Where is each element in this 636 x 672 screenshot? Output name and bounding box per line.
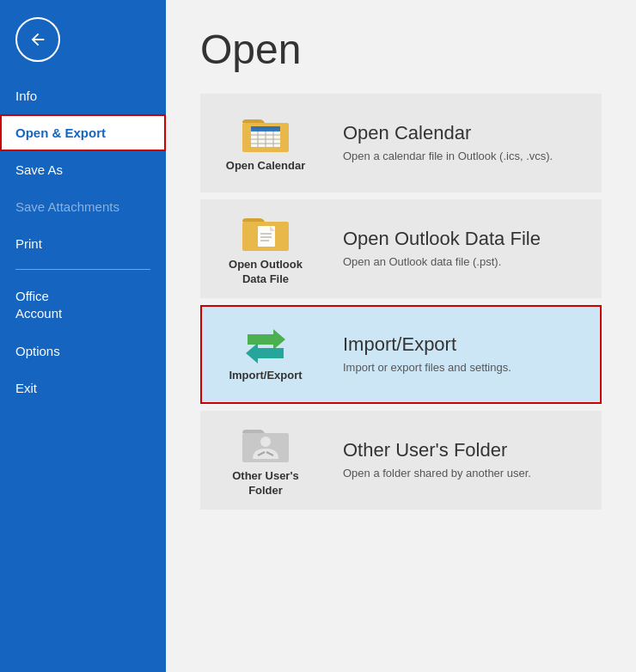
card-other-users-folder[interactable]: Other User'sFolder Other User's Folder O…: [200, 411, 602, 510]
card-import-export[interactable]: Import/Export Import/Export Import or ex…: [200, 305, 602, 404]
card-text-area: Open Outlook Data File Open an Outlook d…: [331, 219, 602, 278]
sidebar-item-label: OfficeAccount: [15, 289, 62, 321]
sidebar-item-exit[interactable]: Exit: [0, 370, 166, 406]
card-icon-area: Open OutlookData File: [200, 199, 331, 298]
card-desc: Open a folder shared by another user.: [343, 466, 590, 481]
back-button[interactable]: [15, 17, 60, 62]
sidebar-item-save-as[interactable]: Save As: [0, 151, 166, 188]
sidebar-item-label: Options: [15, 344, 60, 358]
main-content: Open: [166, 0, 636, 672]
sidebar-item-options[interactable]: Options: [0, 333, 166, 370]
sidebar-item-label: Info: [15, 89, 37, 103]
sidebar: Info Open & Export Save As Save Attachme…: [0, 0, 166, 672]
card-title: Other User's Folder: [343, 439, 590, 461]
card-icon-area: Other User'sFolder: [200, 411, 331, 510]
import-export-icon: [241, 326, 290, 363]
card-list: Open Calendar Open Calendar Open a calen…: [200, 94, 602, 513]
card-label: Other User'sFolder: [232, 469, 299, 498]
svg-marker-15: [248, 329, 285, 350]
card-desc: Open an Outlook data file (.pst).: [343, 254, 590, 270]
card-text-area: Other User's Folder Open a folder shared…: [331, 431, 602, 490]
sidebar-item-label: Save As: [15, 162, 63, 177]
card-text-area: Import/Export Import or export files and…: [331, 325, 602, 384]
calendar-folder-icon: [241, 113, 290, 154]
back-button-container: [0, 0, 166, 77]
card-title: Import/Export: [343, 333, 590, 356]
sidebar-item-office-account[interactable]: OfficeAccount: [0, 277, 166, 333]
card-open-calendar[interactable]: Open Calendar Open Calendar Open a calen…: [200, 94, 602, 192]
sidebar-divider: [15, 269, 150, 270]
other-folder-icon: [241, 423, 290, 464]
sidebar-item-info[interactable]: Info: [0, 77, 166, 114]
card-label: Open Calendar: [226, 159, 305, 174]
page-title: Open: [200, 26, 602, 73]
card-icon-area: Open Calendar: [200, 94, 331, 192]
card-text-area: Open Calendar Open a calendar file in Ou…: [331, 113, 602, 173]
card-open-outlook-data[interactable]: Open OutlookData File Open Outlook Data …: [200, 199, 602, 298]
data-folder-icon: [241, 211, 290, 253]
svg-marker-16: [246, 343, 284, 363]
card-title: Open Outlook Data File: [343, 228, 590, 250]
card-label: Open OutlookData File: [229, 258, 303, 287]
back-arrow-icon: [28, 30, 47, 49]
card-icon-area: Import/Export: [200, 305, 331, 404]
svg-point-18: [260, 437, 271, 447]
sidebar-item-label: Save Attachments: [15, 199, 119, 214]
card-desc: Open a calendar file in Outlook (.ics, .…: [343, 149, 590, 164]
sidebar-item-label: Print: [15, 236, 42, 251]
svg-rect-8: [251, 126, 280, 131]
card-desc: Import or export files and settings.: [343, 360, 590, 376]
sidebar-navigation: Info Open & Export Save As Save Attachme…: [0, 77, 166, 672]
card-title: Open Calendar: [343, 122, 590, 144]
sidebar-item-label: Open & Export: [15, 125, 106, 140]
sidebar-item-print[interactable]: Print: [0, 225, 166, 262]
sidebar-item-label: Exit: [15, 381, 37, 395]
sidebar-item-save-attachments: Save Attachments: [0, 188, 166, 225]
sidebar-item-open-export[interactable]: Open & Export: [0, 114, 166, 151]
card-label: Import/Export: [229, 369, 302, 383]
